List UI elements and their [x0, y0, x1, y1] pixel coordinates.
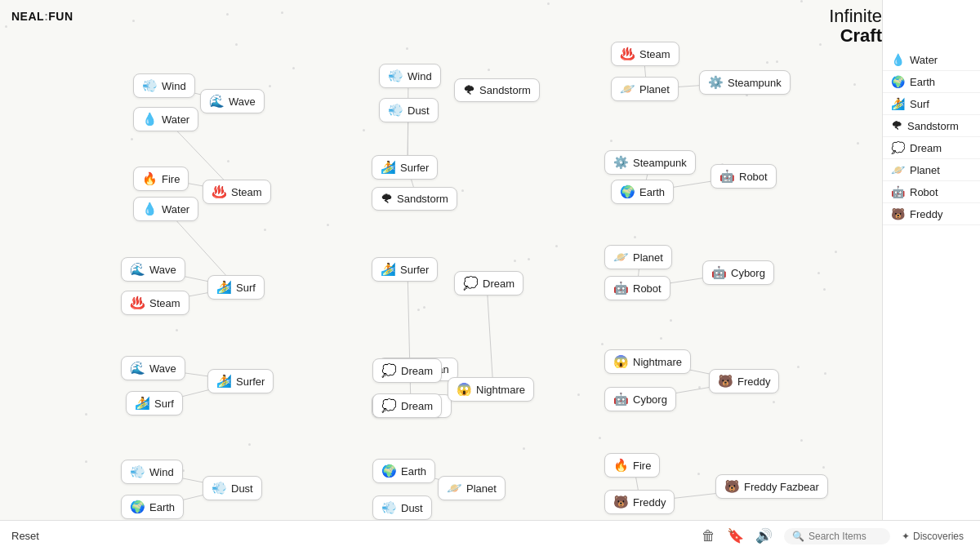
- node-surfer1[interactable]: 🏄Surfer: [207, 369, 274, 393]
- node-label-robot2: Robot: [633, 282, 662, 295]
- sidebar-label-sandstorm: Sandstorm: [907, 120, 959, 132]
- node-icon-planet3: 🪐: [613, 250, 629, 264]
- node-earth2[interactable]: 🌍Earth: [372, 459, 435, 483]
- node-earth3[interactable]: 🌍Earth: [611, 180, 674, 204]
- node-wave1[interactable]: 🌊Wave: [200, 89, 265, 113]
- node-label-water1: Water: [162, 113, 189, 126]
- node-sandstorm2[interactable]: 🌪Sandstorm: [454, 78, 540, 102]
- node-nightmare2[interactable]: 😱Nightmare: [604, 349, 691, 374]
- sidebar-label-water: Water: [910, 54, 938, 66]
- node-label-dust3: Dust: [401, 502, 423, 514]
- trash-icon[interactable]: 🗑: [702, 528, 715, 544]
- node-surfer2[interactable]: 🏄Surfer: [372, 155, 438, 180]
- node-icon-earth1: 🌍: [130, 500, 145, 514]
- sidebar-item-earth[interactable]: 🌍Earth: [883, 71, 980, 93]
- sidebar-item-dream[interactable]: 💭Dream: [883, 137, 980, 159]
- node-wind3[interactable]: 💨Wind: [379, 64, 441, 88]
- node-planet2[interactable]: 🪐Planet: [611, 77, 679, 101]
- sidebar-icon-freddy: 🐻: [891, 207, 905, 220]
- node-steampunk2[interactable]: ⚙️Steampunk: [604, 150, 696, 175]
- node-steam3[interactable]: ♨️Steam: [611, 42, 679, 66]
- node-icon-freddyfazbear: 🐻: [724, 479, 740, 494]
- node-dust2[interactable]: 💨Dust: [379, 98, 439, 122]
- title-infinite: Infinite: [829, 7, 882, 26]
- node-water1[interactable]: 💧Water: [133, 107, 198, 131]
- node-fire2[interactable]: 🔥Fire: [604, 453, 660, 478]
- node-icon-water2: 💧: [142, 202, 158, 216]
- node-dream3[interactable]: 💭Dream: [372, 393, 442, 418]
- node-earth1[interactable]: 🌍Earth: [121, 495, 184, 519]
- node-steampunk1[interactable]: ⚙️Steampunk: [699, 70, 791, 95]
- title-craft: Craft: [829, 26, 882, 46]
- sidebar-icon-surf: 🏄: [891, 97, 905, 110]
- node-label-wave2: Wave: [149, 264, 176, 276]
- node-dust1[interactable]: 💨Dust: [203, 476, 262, 500]
- node-label-nightmare1: Nightmare: [476, 384, 525, 396]
- node-surfer3[interactable]: 🏄Surfer: [372, 257, 438, 282]
- sidebar-item-planet[interactable]: 🪐Planet: [883, 159, 980, 181]
- node-label-dream1: Dream: [483, 278, 514, 290]
- sidebar-icon-robot: 🤖: [891, 185, 905, 198]
- node-label-sandstorm1: Sandstorm: [397, 193, 448, 205]
- node-label-water2: Water: [162, 203, 189, 216]
- node-cyborg1[interactable]: 🤖Cyborg: [702, 260, 774, 285]
- node-freddy2[interactable]: 🐻Freddy: [604, 490, 675, 514]
- sound-icon[interactable]: 🔊: [755, 527, 773, 544]
- node-dream1[interactable]: 💭Dream: [454, 271, 523, 295]
- node-label-wind1: Wind: [162, 80, 186, 92]
- node-planet1[interactable]: 🪐Planet: [438, 476, 506, 500]
- sidebar-item-freddy[interactable]: 🐻Freddy: [883, 203, 980, 225]
- reset-button[interactable]: Reset: [11, 530, 39, 542]
- sidebar-item-robot[interactable]: 🤖Robot: [883, 181, 980, 203]
- node-freddy1[interactable]: 🐻Freddy: [709, 369, 779, 393]
- node-label-wind2: Wind: [149, 466, 174, 478]
- discoveries-button[interactable]: ✦ Discoveries: [902, 531, 964, 542]
- node-icon-surfer1: 🏄: [216, 374, 232, 389]
- node-wind2[interactable]: 💨Wind: [121, 460, 183, 484]
- node-dust3[interactable]: 💨Dust: [372, 495, 432, 520]
- node-icon-earth3: 🌍: [620, 184, 635, 199]
- node-surf2[interactable]: 🏄Surf: [126, 391, 183, 415]
- sidebar-item-water[interactable]: 💧Water: [883, 49, 980, 71]
- node-icon-freddy1: 🐻: [718, 374, 733, 389]
- node-label-fire2: Fire: [633, 460, 651, 472]
- node-icon-fire1: 🔥: [142, 171, 158, 186]
- search-bar[interactable]: 🔍: [784, 528, 890, 544]
- node-label-earth1: Earth: [149, 501, 175, 513]
- node-steam2[interactable]: ♨️Steam: [121, 291, 189, 315]
- node-wave2[interactable]: 🌊Wave: [121, 257, 185, 282]
- node-label-wave3: Wave: [149, 362, 176, 375]
- node-icon-wave2: 🌊: [130, 262, 145, 277]
- node-cyborg2[interactable]: 🤖Cyborg: [604, 387, 676, 411]
- bookmark-icon[interactable]: 🔖: [727, 527, 744, 544]
- node-planet3[interactable]: 🪐Planet: [604, 245, 672, 269]
- title-block: Infinite Craft: [829, 7, 882, 46]
- node-dream2[interactable]: 💭Dream: [372, 358, 442, 383]
- node-sandstorm1[interactable]: 🌪Sandstorm: [372, 187, 457, 211]
- node-label-steam1: Steam: [231, 186, 262, 198]
- node-icon-dust2: 💨: [388, 103, 403, 118]
- node-label-earth3: Earth: [639, 186, 665, 198]
- node-nightmare1[interactable]: 😱Nightmare: [448, 377, 534, 402]
- node-label-freddy2: Freddy: [633, 496, 666, 509]
- sidebar-label-dream: Dream: [910, 142, 942, 154]
- node-robot1[interactable]: 🤖Robot: [710, 164, 777, 189]
- node-label-dream3: Dream: [401, 400, 433, 412]
- node-fire1[interactable]: 🔥Fire: [133, 167, 189, 191]
- sidebar-item-sandstorm[interactable]: 🌪Sandstorm: [883, 115, 980, 137]
- node-steam1[interactable]: ♨️Steam: [203, 180, 271, 204]
- search-input[interactable]: [808, 531, 882, 542]
- node-water2[interactable]: 💧Water: [133, 197, 198, 221]
- node-label-wind3: Wind: [408, 70, 432, 82]
- node-label-wave1: Wave: [229, 96, 256, 108]
- node-label-dream2: Dream: [401, 365, 433, 377]
- node-wave3[interactable]: 🌊Wave: [121, 356, 185, 380]
- bottom-bar: Reset 🗑 🔖 🔊 🔍 ✦ Discoveries: [0, 520, 980, 551]
- node-icon-wave3: 🌊: [130, 361, 145, 375]
- node-freddyfazbear[interactable]: 🐻Freddy Fazbear: [715, 474, 828, 499]
- node-surf1[interactable]: 🏄Surf: [207, 275, 265, 300]
- node-wind1[interactable]: 💨Wind: [133, 73, 195, 98]
- node-robot2[interactable]: 🤖Robot: [604, 276, 670, 300]
- node-icon-dust1: 💨: [212, 481, 227, 495]
- sidebar-item-surf[interactable]: 🏄Surf: [883, 93, 980, 115]
